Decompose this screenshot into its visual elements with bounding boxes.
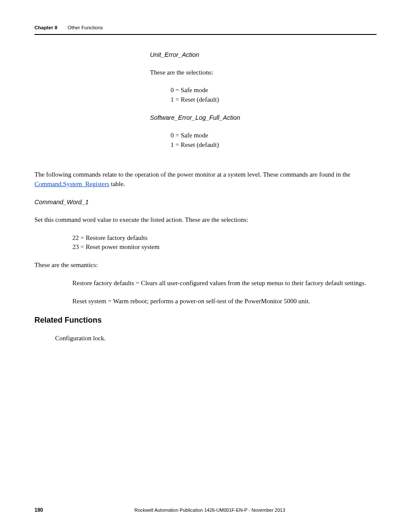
param-title-unit-error-action: Unit_Error_Action (150, 50, 377, 59)
misc-intro-post: table. (109, 180, 125, 187)
page-number: 180 (34, 507, 43, 514)
heading-misc-commands: Miscellaneous Commands (0, 170, 22, 194)
option-list-1: 0 = Safe mode 1 = Reset (default) (150, 86, 377, 105)
related-list: Configuration lock. (34, 334, 377, 343)
misc-intro-pre: The following commands relate to the ope… (34, 171, 350, 178)
semantics-intro: These are the semantics: (34, 261, 377, 270)
page-footer: 180 Rockwell Automation Publication 1426… (34, 507, 377, 514)
section-misc-commands: Miscellaneous Commands The following com… (34, 170, 377, 352)
publication-info: Rockwell Automation Publication 1426-UM0… (43, 507, 377, 514)
option-safe-mode-1: 0 = Safe mode (171, 86, 377, 95)
option-reset-default-2: 1 = Reset (default) (171, 140, 377, 150)
option-list-2: 0 = Safe mode 1 = Reset (default) (150, 131, 377, 150)
semantics-list: Restore factory defaults = Clears all us… (34, 279, 377, 306)
related-config-lock: Configuration lock. (55, 334, 377, 343)
section-unit-error: Unit_Error_Action These are the selectio… (34, 50, 377, 150)
param-title-software-error-log: Software_Error_Log_Full_Action (150, 113, 377, 122)
option-restore-defaults: 22 = Restore factory defaults (72, 233, 377, 243)
chapter-title: Other Functions (68, 24, 103, 31)
misc-intro-paragraph: The following commands relate to the ope… (34, 170, 377, 189)
chapter-label: Chapter 8 (34, 24, 57, 31)
semantic-reset-system: Reset system = Warm reboot; performs a p… (72, 297, 377, 306)
option-reset-system: 23 = Reset power monitor system (72, 243, 377, 252)
option-safe-mode-2: 0 = Safe mode (171, 131, 377, 140)
command-options: 22 = Restore factory defaults 23 = Reset… (34, 233, 377, 252)
link-command-system-registers[interactable]: Command.System_Registers (34, 180, 109, 187)
heading-related-functions: Related Functions (34, 314, 377, 326)
page-header: Chapter 8 Other Functions (34, 24, 377, 35)
option-reset-default-1: 1 = Reset (default) (171, 95, 377, 105)
intro-selections-1: These are the selections: (150, 68, 377, 78)
semantic-restore-defaults: Restore factory defaults = Clears all us… (72, 279, 377, 288)
param-title-command-word-1: Command_Word_1 (34, 198, 377, 207)
command-word-desc: Set this command word value to execute t… (34, 215, 377, 225)
